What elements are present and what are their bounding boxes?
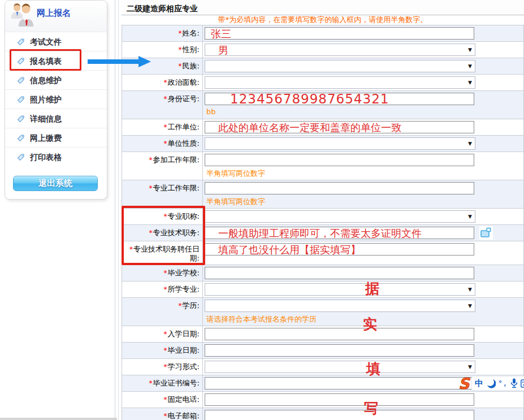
post-appointment-date-input[interactable] [205,243,474,256]
field-label-text: 学历: [183,301,200,310]
field-label: *毕业日期: [122,343,203,358]
field-label: *工作单位: [122,119,203,135]
tag-icon [17,96,25,103]
field-cell: ▼ [203,136,523,151]
sidebar: 网上报名 考试文件 报名填表 信息维护 照片维护 详细信息 [5,0,107,200]
major-work-years-input[interactable] [205,182,474,194]
open-window-icon[interactable] [479,226,493,240]
graduate-school-input[interactable] [205,267,474,279]
form-row: *电子邮箱: [122,408,523,420]
form-row: *学习形式:▼ [122,359,523,375]
field-label: *身份证号: [122,91,203,119]
field-note: bb [206,107,523,116]
field-note: 请选择符合本考试报名条件的学历 [206,314,523,324]
tag-icon [17,153,25,161]
sidebar-item-detail-info[interactable]: 详细信息 [5,109,107,128]
sidebar-item-label: 详细信息 [30,109,62,128]
professional-title-select[interactable]: ▼ [205,210,475,223]
sidebar-item-print-forms[interactable]: 打印表格 [5,147,107,166]
keyboard-icon[interactable] [521,379,524,388]
sidebar-title: 网上报名 [37,8,71,19]
field-label-text: 学习形式: [168,362,200,371]
unit-type-select[interactable]: ▼ [205,137,475,150]
major-select[interactable]: ▼ [205,283,475,296]
field-label-text: 性别: [183,45,200,54]
diploma-number-input[interactable] [205,377,474,389]
technical-post-input[interactable] [205,227,474,239]
field-cell [203,326,523,342]
required-asterisk: * [164,269,167,277]
sidebar-item-online-payment[interactable]: 网上缴费 [5,128,107,147]
id-number-input[interactable] [205,93,474,105]
field-cell: bb123456789987654321 [203,91,523,119]
education-select[interactable]: ▼ [205,300,475,312]
field-label-text: 姓名: [183,29,200,37]
form-row: *毕业学校: [122,265,523,282]
required-asterisk: * [164,330,167,338]
field-label: *专业技术职务: [122,225,203,241]
form-row: *单位性质:▼ [122,136,523,152]
field-label-text: 专业工作年限: [153,184,200,192]
email-input[interactable] [205,410,474,420]
sogou-logo-icon[interactable]: S [458,375,472,392]
required-asterisk: * [179,29,182,37]
form-row: *专业技术职务聘任日期:填高了也没什么用【据实填写】 [122,241,523,265]
form-row: *参加工作年限:半角填写两位数字 [122,152,523,180]
field-cell [203,265,523,281]
required-asterisk: * [179,62,182,70]
sidebar-item-label: 考试文件 [30,32,62,51]
page: 网上报名 考试文件 报名填表 信息维护 照片维护 详细信息 [0,0,524,420]
field-label-text: 电子邮箱: [168,412,200,420]
sidebar-header: 网上报名 [5,1,107,32]
field-label-text: 政治面貌: [168,78,200,86]
enrollment-date-input[interactable] [205,328,474,340]
tag-icon [17,115,25,123]
field-label: *学历: [122,298,203,326]
form-row: *民族:▼ [122,58,523,75]
field-label: *毕业学校: [122,265,203,281]
field-label-text: 专业技术职务: [153,228,200,237]
field-cell: 此处的单位名称一定要和盖章的单位一致 [203,119,523,135]
political-status-select[interactable]: ▼ [205,76,475,89]
chevron-down-icon: ▼ [468,63,472,69]
landline-phone-input[interactable] [205,393,474,406]
moon-icon[interactable] [486,379,496,388]
sidebar-item-label: 打印表格 [30,148,62,167]
sidebar-item-photo-maintenance[interactable]: 照片维护 [5,89,107,109]
ime-toolbar: S 中 °， [458,375,524,392]
field-label-text: 身份证号: [168,94,200,103]
form-row: *专业职称:▼ [122,209,523,225]
sidebar-item-exam-files[interactable]: 考试文件 [5,32,107,51]
punctuation-icon[interactable]: °， [499,379,508,388]
form-row: *工作单位:此处的单位名称一定要和盖章的单位一致 [122,119,523,136]
chinese-mode-icon[interactable]: 中 [475,378,483,389]
required-asterisk: * [164,140,167,148]
field-cell: 张三 [203,25,523,41]
ethnicity-select[interactable]: ▼ [205,60,475,72]
sidebar-item-info-maintenance[interactable]: 信息维护 [5,70,107,89]
work-years-input[interactable] [205,154,474,166]
tag-icon [17,76,25,84]
field-label-text: 固定电话: [168,395,200,404]
field-cell: ▼ [203,282,523,297]
work-unit-input[interactable] [205,121,474,133]
form-row: *姓名:张三 [122,25,523,42]
field-cell: ▼ [203,58,523,74]
field-label-text: 民族: [183,62,200,70]
field-label: *专业职称: [122,209,203,224]
window-edge [0,418,117,420]
name-input[interactable] [205,27,474,40]
sidebar-item-label: 信息维护 [30,71,62,90]
graduation-date-input[interactable] [205,344,474,357]
gender-select[interactable]: ▼ [205,44,475,56]
logout-button[interactable]: 退出系统 [13,176,98,191]
sidebar-item-label: 网上缴费 [30,128,62,148]
study-form-select[interactable]: ▼ [205,361,475,373]
sidebar-item-registration-form[interactable]: 报名填表 [5,51,107,70]
microphone-icon[interactable] [510,378,518,388]
chevron-down-icon: ▼ [468,214,472,219]
main-content: 二级建造师相应专业 带*为必填内容，在需要填写数字的输入框内，请使用半角数字。 … [122,0,524,420]
form-row: *所学专业:▼ [122,282,523,298]
form-row: *专业技术职务:一般填助理工程师即可，不需要太多证明文件 [122,225,523,241]
field-note: 半角填写两位数字 [206,168,523,179]
